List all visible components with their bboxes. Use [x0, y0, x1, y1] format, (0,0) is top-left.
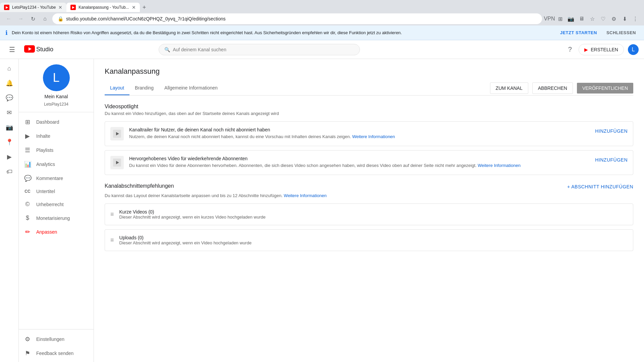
start-now-button[interactable]: JETZT STARTEN: [557, 29, 600, 37]
download-button[interactable]: ⬇: [620, 14, 629, 23]
help-button[interactable]: ?: [565, 45, 575, 54]
kommentare-icon: 💬: [24, 175, 31, 182]
inhalte-label: Inhalte: [36, 133, 50, 139]
new-tab-button[interactable]: +: [140, 4, 149, 11]
icon-sidebar-mail[interactable]: ✉: [3, 106, 16, 119]
sidebar-item-more[interactable]: •••: [19, 360, 94, 362]
icon-sidebar: ⌂ 🔔 💬 ✉ 📷 📍 ▶ 🏷: [0, 59, 19, 362]
settings-button[interactable]: ⚙: [609, 14, 619, 23]
kanalabschnitte-header: Kanalabschnittempfehlungen + ABSCHNITT H…: [105, 183, 633, 190]
youtube-logo-icon: [24, 44, 35, 55]
icon-sidebar-instagram[interactable]: 📷: [3, 121, 16, 134]
browser-actions: VPN ⊞ 📷 🖥 ☆ ♡ ⚙ ⬇ ⋮: [545, 14, 640, 23]
menu-button[interactable]: ⋮: [631, 14, 640, 23]
heart-button[interactable]: ♡: [598, 14, 608, 23]
sidebar-item-playlists[interactable]: ☰ Playlists: [19, 143, 94, 157]
playlists-label: Playlists: [36, 147, 53, 153]
urheberrecht-label: Urheberrecht: [36, 202, 64, 207]
channel-name: Mein Kanal: [44, 94, 68, 99]
icon-sidebar-play[interactable]: ▶: [3, 150, 16, 164]
forward-button[interactable]: →: [16, 14, 25, 23]
hervorgehoben-icon: [110, 156, 124, 169]
untertitel-icon: CC: [24, 189, 31, 194]
playlists-icon: ☰: [24, 146, 31, 154]
videospotlight-title: Videospotlight: [105, 104, 633, 110]
uploads-title: Uploads (0): [119, 235, 628, 240]
lock-icon: 🔒: [58, 16, 63, 21]
videospotlight-section: Videospotlight Du kannst ein Video hinzu…: [105, 104, 633, 116]
icon-sidebar-home[interactable]: ⌂: [3, 62, 16, 75]
uploads-drag-handle[interactable]: ≡: [110, 237, 114, 244]
tab-close-2[interactable]: ✕: [132, 5, 136, 10]
close-banner-button[interactable]: SCHLIESSEN: [604, 29, 639, 37]
dashboard-icon: ⊞: [24, 118, 31, 126]
camera-button[interactable]: 📷: [566, 14, 576, 23]
abbrechen-button[interactable]: ABBRECHEN: [532, 82, 573, 94]
zum-kanal-button[interactable]: ZUM KANAL: [490, 82, 528, 94]
icon-sidebar-bell[interactable]: 🔔: [3, 76, 16, 90]
sidebar-nav: ⊞ Dashboard ▶ Inhalte ☰ Playlists 📊 Anal…: [19, 112, 94, 329]
hervorgehoben-link[interactable]: Weitere Informationen: [478, 163, 521, 168]
studio-logo-text: Studio: [36, 46, 53, 53]
sidebar-item-analytics[interactable]: 📊 Analytics: [19, 157, 94, 171]
sidebar-item-untertitel[interactable]: CC Untertitel: [19, 185, 94, 197]
search-icon: 🔍: [164, 47, 170, 52]
trailer-icon: [110, 127, 124, 140]
kanalabschnitte-title: Kanalabschnittempfehlungen: [105, 183, 174, 189]
anpassen-icon: ✏: [24, 228, 31, 236]
security-info-icon: ℹ: [5, 29, 8, 37]
vpn-button[interactable]: VPN: [545, 14, 554, 23]
browser-chrome: ▶ LetsPlay1234 - YouTube ✕ ▶ Kanalanpass…: [0, 0, 644, 25]
trailer-title: Kanaltrailer für Nutzer, die deinen Kana…: [129, 127, 590, 132]
sidebar-item-kommentare[interactable]: 💬 Kommentare: [19, 171, 94, 185]
reload-button[interactable]: ↻: [28, 14, 38, 23]
trailer-add-button[interactable]: HINZUFÜGEN: [595, 128, 628, 134]
main-content: Kanalanpassung Layout Branding Allgemein…: [94, 59, 644, 362]
security-banner-text: Dein Konto ist einem höheren Risiko von …: [12, 30, 553, 35]
security-banner: ℹ Dein Konto ist einem höheren Risiko vo…: [0, 25, 644, 40]
kurze-videos-drag-handle[interactable]: ≡: [110, 211, 114, 218]
channel-handle: LetsPlay1234: [44, 102, 68, 107]
user-avatar[interactable]: L: [628, 44, 639, 55]
create-button[interactable]: ▶ ERSTELLEN: [579, 44, 624, 55]
search-input[interactable]: [173, 47, 354, 52]
tab-favicon-2: ▶: [70, 5, 76, 10]
sidebar-item-einstellungen[interactable]: ⚙ Einstellungen: [19, 332, 94, 346]
tab-2[interactable]: ▶ Kanalanpassung - YouTub... ✕: [66, 3, 140, 12]
tab-1[interactable]: ▶ LetsPlay1234 - YouTube ✕: [0, 3, 66, 12]
tab-allgemeine-info[interactable]: Allgemeine Informationen: [159, 81, 223, 95]
sidebar-item-inhalte[interactable]: ▶ Inhalte: [19, 129, 94, 143]
screen-button[interactable]: 🖥: [577, 14, 586, 23]
tab-layout[interactable]: Layout: [105, 81, 129, 95]
inhalte-icon: ▶: [24, 132, 31, 140]
icon-sidebar-tag[interactable]: 🏷: [3, 165, 16, 178]
back-button[interactable]: ←: [4, 14, 13, 23]
hervorgehoben-add-button[interactable]: HINZUFÜGEN: [595, 157, 628, 163]
bookmark-button[interactable]: ☆: [588, 14, 597, 23]
add-section-button[interactable]: + ABSCHNITT HINZUFÜGEN: [567, 184, 633, 189]
uploads-desc: Dieser Abschnitt wird angezeigt, wenn ei…: [119, 240, 628, 245]
channel-avatar: L: [43, 64, 70, 91]
icon-sidebar-chat[interactable]: 💬: [3, 91, 16, 105]
sidebar-item-urheberrecht[interactable]: © Urheberrecht: [19, 197, 94, 211]
icon-sidebar-location[interactable]: 📍: [3, 135, 16, 149]
kanalabschnitte-link[interactable]: Weitere Informationen: [284, 193, 327, 198]
app-layout: ☰ Studio 🔍 ? ▶ ERSTELLEN L: [0, 40, 644, 362]
sidebar-item-anpassen[interactable]: ✏ Anpassen: [19, 225, 94, 239]
extensions-button[interactable]: ⊞: [555, 14, 565, 23]
tab-close-1[interactable]: ✕: [58, 5, 62, 10]
veroeffentlichen-button[interactable]: VERÖFFENTLICHEN: [577, 83, 633, 94]
tab-branding[interactable]: Branding: [129, 81, 159, 95]
hamburger-button[interactable]: ☰: [5, 43, 19, 56]
analytics-icon: 📊: [24, 161, 31, 168]
home-button[interactable]: ⌂: [40, 14, 50, 23]
trailer-add-action: HINZUFÜGEN: [595, 127, 628, 135]
untertitel-label: Untertitel: [36, 189, 55, 194]
sidebar-item-monetarisierung[interactable]: $ Monetarisierung: [19, 211, 94, 225]
trailer-link[interactable]: Weitere Informationen: [352, 134, 395, 139]
sidebar-item-feedback[interactable]: ⚑ Feedback senden: [19, 346, 94, 360]
sidebar-item-dashboard[interactable]: ⊞ Dashboard: [19, 115, 94, 129]
tabs-bar: Layout Branding Allgemeine Informationen…: [105, 81, 633, 96]
videospotlight-desc: Du kannst ein Video hinzufügen, das oben…: [105, 111, 633, 116]
tab-bar: ▶ LetsPlay1234 - YouTube ✕ ▶ Kanalanpass…: [0, 0, 644, 12]
